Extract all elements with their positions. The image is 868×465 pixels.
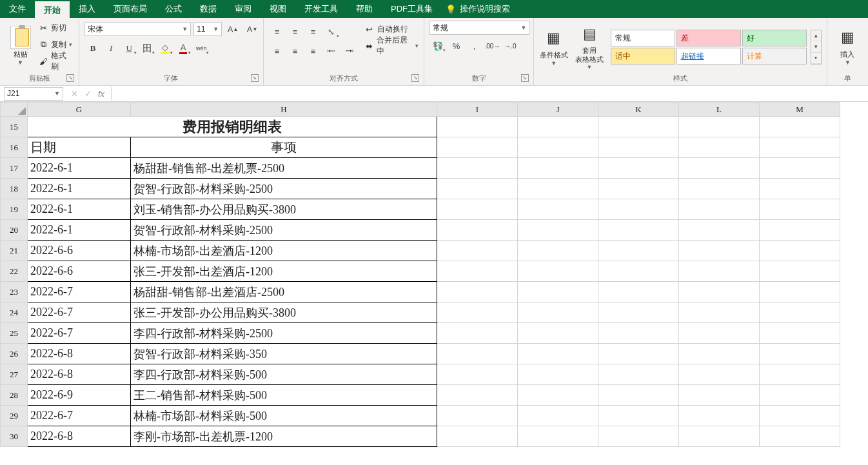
tab-view[interactable]: 视图: [261, 0, 295, 18]
cell-M17[interactable]: [760, 158, 840, 179]
style-normal[interactable]: 常规: [611, 30, 675, 46]
cancel-formula-icon[interactable]: ✕: [71, 89, 78, 99]
tab-review[interactable]: 审阅: [226, 0, 261, 18]
cell-L16[interactable]: [679, 137, 760, 158]
style-bad[interactable]: 差: [676, 30, 741, 46]
cell-M18[interactable]: [760, 179, 840, 199]
cell-J20[interactable]: [518, 220, 598, 241]
cell-H19[interactable]: 刘玉-销售部-办公用品购买-3800: [131, 199, 437, 220]
copy-button[interactable]: ⧉复制▾: [38, 37, 74, 52]
cell-G20[interactable]: 2022-6-1: [28, 220, 131, 241]
align-top-button[interactable]: ≡: [269, 24, 286, 39]
cell-I23[interactable]: [437, 282, 518, 302]
decrease-font-button[interactable]: A▼: [244, 21, 261, 37]
worksheet[interactable]: GHIJKLM15费用报销明细表16日期事项172022-6-1杨甜甜-销售部-…: [0, 102, 868, 465]
cell-K23[interactable]: [598, 282, 679, 302]
cell-I16[interactable]: [437, 137, 518, 158]
cell-H18[interactable]: 贺智-行政部-材料采购-2500: [131, 179, 437, 199]
row-header-28[interactable]: 28: [1, 385, 28, 406]
cell-I20[interactable]: [437, 220, 518, 241]
cell-M28[interactable]: [760, 385, 840, 406]
cell-M24[interactable]: [760, 302, 840, 323]
cell-K17[interactable]: [598, 158, 679, 179]
cell-K18[interactable]: [598, 179, 679, 199]
col-header-K[interactable]: K: [598, 103, 679, 117]
cell-L19[interactable]: [679, 199, 760, 220]
cell-J16[interactable]: [518, 137, 598, 158]
row-header-17[interactable]: 17: [1, 158, 28, 179]
cell-I30[interactable]: [437, 426, 518, 447]
cell-I27[interactable]: [437, 364, 518, 385]
enter-formula-icon[interactable]: ✓: [84, 89, 92, 99]
cell-G25[interactable]: 2022-6-7: [28, 323, 131, 344]
style-hyperlink[interactable]: 超链接: [676, 48, 741, 64]
cell-L27[interactable]: [679, 364, 760, 385]
align-middle-button[interactable]: ≡: [287, 24, 304, 39]
row-header-20[interactable]: 20: [1, 220, 28, 241]
cell-K16[interactable]: [598, 137, 679, 158]
cell-H26[interactable]: 贺智-行政部-材料采购-350: [131, 344, 437, 364]
dialog-launcher-icon[interactable]: ↘: [66, 74, 74, 82]
dialog-launcher-icon[interactable]: ↘: [411, 74, 419, 82]
cell-G17[interactable]: 2022-6-1: [28, 158, 131, 179]
row-header-25[interactable]: 25: [1, 323, 28, 344]
cell-I25[interactable]: [437, 323, 518, 344]
cell-H28[interactable]: 王二-销售部-材料采购-500: [131, 385, 437, 406]
style-good[interactable]: 好: [742, 30, 807, 46]
cell-I29[interactable]: [437, 406, 518, 426]
cell-K29[interactable]: [598, 406, 679, 426]
cell-H29[interactable]: 林楠-市场部-材料采购-500: [131, 406, 437, 426]
phonetic-button[interactable]: wén▾: [193, 41, 210, 56]
cell-I17[interactable]: [437, 158, 518, 179]
comma-button[interactable]: ,: [466, 38, 482, 54]
cell-K27[interactable]: [598, 364, 679, 385]
cell-G30[interactable]: 2022-6-8: [28, 426, 131, 447]
cell-K24[interactable]: [598, 302, 679, 323]
cell-J17[interactable]: [518, 158, 598, 179]
tell-me-search[interactable]: 💡 操作说明搜索: [446, 3, 510, 15]
cell-M30[interactable]: [760, 426, 840, 447]
cell-K21[interactable]: [598, 241, 679, 261]
select-all-corner[interactable]: [1, 103, 28, 117]
accounting-format-button[interactable]: 💱▾: [429, 38, 446, 54]
cell-M15[interactable]: [760, 117, 840, 137]
cell-G27[interactable]: 2022-6-8: [28, 364, 131, 385]
cell-H27[interactable]: 李四-行政部-材料采购-500: [131, 364, 437, 385]
cell-G26[interactable]: 2022-6-8: [28, 344, 131, 364]
tab-pdf[interactable]: PDF工具集: [382, 0, 442, 18]
cell-G24[interactable]: 2022-6-7: [28, 302, 131, 323]
cell-G28[interactable]: 2022-6-9: [28, 385, 131, 406]
cell-title[interactable]: 费用报销明细表: [28, 117, 437, 137]
cell-K30[interactable]: [598, 426, 679, 447]
tab-insert[interactable]: 插入: [70, 0, 104, 18]
cell-L20[interactable]: [679, 220, 760, 241]
font-color-button[interactable]: A▾: [175, 41, 192, 56]
cell-L24[interactable]: [679, 302, 760, 323]
cell-M16[interactable]: [760, 137, 840, 158]
cell-J21[interactable]: [518, 241, 598, 261]
fill-color-button[interactable]: ◇▾: [157, 41, 173, 56]
tab-home[interactable]: 开始: [35, 0, 70, 18]
col-header-J[interactable]: J: [518, 103, 598, 117]
format-as-table-button[interactable]: ▤套用 表格格式▼: [572, 21, 606, 73]
cell-L30[interactable]: [679, 426, 760, 447]
percent-button[interactable]: %: [448, 38, 464, 54]
cell-G16[interactable]: 日期: [28, 137, 131, 158]
cell-H30[interactable]: 李刚-市场部-出差机票-1200: [131, 426, 437, 447]
tab-file[interactable]: 文件: [0, 0, 35, 18]
borders-button[interactable]: 田▾: [139, 41, 155, 56]
cell-H23[interactable]: 杨甜甜-销售部-出差酒店-2500: [131, 282, 437, 302]
cell-L25[interactable]: [679, 323, 760, 344]
cell-L22[interactable]: [679, 261, 760, 282]
fx-icon[interactable]: fx: [98, 89, 104, 99]
decrease-indent-button[interactable]: ⭰: [323, 43, 340, 59]
row-header-26[interactable]: 26: [1, 344, 28, 364]
cell-G22[interactable]: 2022-6-6: [28, 261, 131, 282]
increase-decimal-button[interactable]: .00→: [484, 38, 500, 54]
tab-help[interactable]: 帮助: [347, 0, 382, 18]
cell-I19[interactable]: [437, 199, 518, 220]
cell-H21[interactable]: 林楠-市场部-出差酒店-1200: [131, 241, 437, 261]
row-header-21[interactable]: 21: [1, 241, 28, 261]
col-header-H[interactable]: H: [131, 103, 437, 117]
align-bottom-button[interactable]: ≡: [305, 24, 322, 39]
